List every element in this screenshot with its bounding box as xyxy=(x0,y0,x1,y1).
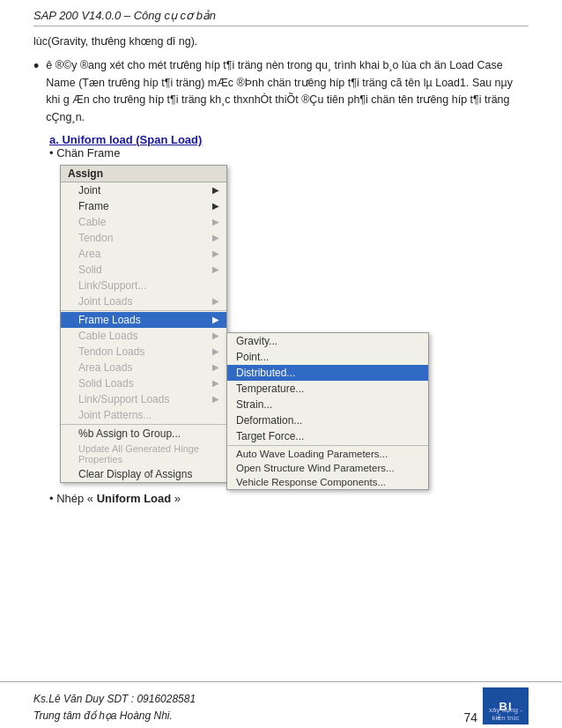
sub-bullet-frame-text: • Chän Frame xyxy=(49,146,120,160)
frameloads-arrow: ▶ xyxy=(212,315,219,324)
uniform-load-bold: Uniform Load xyxy=(97,492,172,505)
menu-item-jointloads[interactable]: Joint Loads ▶ xyxy=(61,293,226,309)
bullet-item-1: • ê ®©y ®ang xét cho mét trưêng híp t¶i … xyxy=(33,57,529,126)
menu-item-area[interactable]: Area ▶ xyxy=(61,246,226,262)
submenu-item-windparams[interactable]: Open Structure Wind Parameters... xyxy=(227,461,428,475)
menu-item-solidloads[interactable]: Solid Loads ▶ xyxy=(61,375,226,391)
sub-bullet-frame: • Chän Frame xyxy=(49,146,529,160)
page: SAP 200 V14.0.0 – Công cụ cơ bản lùc(Gra… xyxy=(0,0,562,728)
menu-item-joint[interactable]: Joint ▶ xyxy=(61,182,226,198)
submenu-item-strain[interactable]: Strain... xyxy=(227,397,428,412)
menu-item-arealoads[interactable]: Area Loads ▶ xyxy=(61,360,226,375)
assign-menu-header: Assign xyxy=(61,166,226,182)
submenu-item-distributed[interactable]: Distributed... xyxy=(227,365,428,381)
uniform-load-line: • Nhép « Uniform Load » xyxy=(49,492,529,505)
menu-item-cable[interactable]: Cable ▶ xyxy=(61,214,226,230)
submenu-item-gravity[interactable]: Gravity... xyxy=(227,333,428,349)
menu-item-assigntogroup[interactable]: %b Assign to Group... xyxy=(61,426,226,442)
uniform-load-prefix: • Nhép « xyxy=(49,492,93,505)
menu-item-linksupportloads[interactable]: Link/Support Loads ▶ xyxy=(61,391,226,407)
cableloads-arrow: ▶ xyxy=(212,331,219,340)
menu-item-frameloads[interactable]: Frame Loads ▶ xyxy=(61,312,226,328)
divider-1 xyxy=(61,310,226,311)
header-title: SAP 200 V14.0.0 – Công cụ cơ bản xyxy=(33,9,216,22)
cable-arrow: ▶ xyxy=(212,217,219,227)
jointloads-arrow: ▶ xyxy=(212,296,219,306)
submenu-frameloads: Gravity... Point... Distributed... Tempe… xyxy=(226,332,429,490)
section-heading: a. Uniform load (Span Load) xyxy=(33,133,529,146)
menu-item-solid[interactable]: Solid ▶ xyxy=(61,262,226,278)
menu-item-tendonloads[interactable]: Tendon Loads ▶ xyxy=(61,344,226,360)
joint-arrow: ▶ xyxy=(212,185,219,195)
menu-item-linksupport[interactable]: Link/Support... xyxy=(61,278,226,293)
linksupportloads-arrow: ▶ xyxy=(212,394,219,404)
content: lùc(Gravity, thưêng khœng dî ng). • ê ®©… xyxy=(33,26,529,505)
bullet-text-1: ê ®©y ®ang xét cho mét trưêng híp t¶i tr… xyxy=(46,57,529,126)
submenu-item-targetforce[interactable]: Target Force... xyxy=(227,428,428,444)
solid-arrow: ▶ xyxy=(212,264,219,274)
submenu-item-vehicle[interactable]: Vehicle Response Components... xyxy=(227,475,428,489)
submenu-wrapper: Gravity... Point... Distributed... Tempe… xyxy=(226,332,429,490)
assign-menu: Assign Joint ▶ Frame ▶ Cable ▶ xyxy=(60,165,227,483)
submenu-item-autowave[interactable]: Auto Wave Loading Parameters... xyxy=(227,447,428,461)
tendon-arrow: ▶ xyxy=(212,233,219,242)
menu-item-cableloads[interactable]: Cable Loads ▶ xyxy=(61,328,226,344)
menu-item-frame[interactable]: Frame ▶ xyxy=(61,198,226,214)
divider-2 xyxy=(61,424,226,425)
area-arrow: ▶ xyxy=(212,249,219,258)
footer-author-line2: Trung tâm đồ họa Hoàng Nhi. xyxy=(33,708,196,724)
tendonloads-arrow: ▶ xyxy=(212,346,219,356)
menu-item-tendon[interactable]: Tendon ▶ xyxy=(61,230,226,246)
assign-menu-title: Assign xyxy=(68,167,103,180)
bullet-dot-1: • xyxy=(33,58,39,74)
header: SAP 200 V14.0.0 – Công cụ cơ bản xyxy=(33,0,529,26)
menu-item-updatehinge[interactable]: Update All Generated Hinge Properties xyxy=(61,442,226,466)
menu-item-jointpatterns[interactable]: Joint Patterns... xyxy=(61,407,226,423)
submenu-divider-1 xyxy=(227,445,428,446)
footer: Ks.Lê Văn Duy SDT : 0916028581 Trung tâm… xyxy=(0,681,562,728)
arealoads-arrow: ▶ xyxy=(212,362,219,372)
menu-screenshot: Assign Joint ▶ Frame ▶ Cable ▶ xyxy=(60,165,439,483)
section-heading-text: a. Uniform load (Span Load) xyxy=(49,133,202,146)
menu-item-cleardisplay[interactable]: Clear Display of Assigns xyxy=(61,466,226,482)
submenu-item-temperature[interactable]: Temperature... xyxy=(227,381,428,397)
solidloads-arrow: ▶ xyxy=(212,378,219,388)
frame-arrow: ▶ xyxy=(212,201,219,211)
submenu-item-point[interactable]: Point... xyxy=(227,349,428,365)
intro-text: lùc(Gravity, thưêng khœng dî ng). xyxy=(33,33,529,50)
footer-author-line1: Ks.Lê Văn Duy SDT : 0916028581 xyxy=(33,691,196,708)
footer-left: Ks.Lê Văn Duy SDT : 0916028581 Trung tâm… xyxy=(33,691,196,724)
logo-box: Bl xây dựng - kiến trúc xyxy=(483,687,529,724)
logo-sub: xây dựng - kiến trúc xyxy=(484,706,527,722)
page-number: 74 xyxy=(463,710,477,724)
submenu-item-deformation[interactable]: Deformation... xyxy=(227,412,428,428)
intro-line1: lùc(Gravity, thưêng khœng dî ng). xyxy=(33,35,197,48)
footer-right: 74 Bl xây dựng - kiến trúc xyxy=(463,687,529,724)
